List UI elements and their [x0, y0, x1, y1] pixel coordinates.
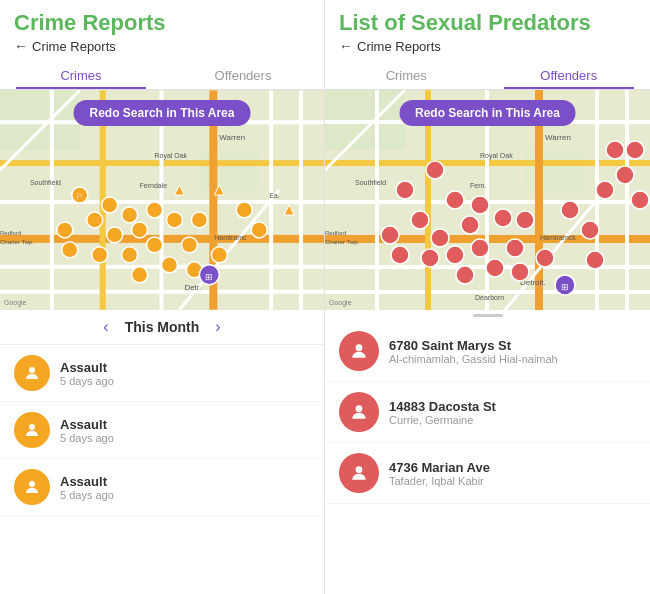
svg-point-31 — [107, 227, 123, 243]
svg-point-102 — [561, 201, 579, 219]
svg-point-46 — [236, 202, 252, 218]
crime-name-1: Assault — [60, 417, 114, 432]
svg-point-98 — [536, 249, 554, 267]
svg-text:Google: Google — [329, 299, 352, 307]
crime-info-2: Assault 5 days ago — [60, 474, 114, 501]
crime-item-0[interactable]: Assault 5 days ago — [0, 345, 324, 402]
offender-list: 6780 Saint Marys St Al-chimamlah, Gassid… — [325, 321, 650, 594]
offender-info-0: 6780 Saint Marys St Al-chimamlah, Gassid… — [389, 338, 558, 365]
svg-point-47 — [251, 222, 267, 238]
next-month-button[interactable]: › — [215, 318, 220, 336]
svg-point-36 — [62, 242, 78, 258]
svg-text:⚐: ⚐ — [76, 192, 83, 201]
svg-point-89 — [381, 226, 399, 244]
assault-icon-2 — [23, 478, 41, 496]
offender-item-0[interactable]: 6780 Saint Marys St Al-chimamlah, Gassid… — [325, 321, 650, 382]
svg-point-92 — [391, 246, 409, 264]
crime-item-1[interactable]: Assault 5 days ago — [0, 402, 324, 459]
svg-point-94 — [446, 246, 464, 264]
prev-month-button[interactable]: ‹ — [103, 318, 108, 336]
crime-item-2[interactable]: Assault 5 days ago — [0, 459, 324, 516]
svg-point-99 — [486, 259, 504, 277]
left-back-label: Crime Reports — [32, 39, 116, 54]
tab-crimes-right[interactable]: Crimes — [325, 62, 488, 89]
svg-point-87 — [431, 229, 449, 247]
left-title: Crime Reports — [14, 10, 310, 36]
svg-point-114 — [356, 406, 363, 413]
left-back-arrow[interactable]: ← — [14, 38, 28, 54]
svg-point-97 — [516, 211, 534, 229]
right-panel: List of Sexual Predators ← Crime Reports… — [325, 0, 650, 594]
assault-icon-1 — [23, 421, 41, 439]
right-back-label: Crime Reports — [357, 39, 441, 54]
svg-point-90 — [471, 196, 489, 214]
offender-names-0: Al-chimamlah, Gassid Hial-naimah — [389, 353, 558, 365]
svg-point-107 — [606, 141, 624, 159]
right-back-arrow[interactable]: ← — [339, 38, 353, 54]
offender-address-0: 6780 Saint Marys St — [389, 338, 558, 353]
month-navigation: ‹ This Month › — [0, 310, 324, 345]
svg-text:Fern.: Fern. — [470, 182, 486, 189]
right-title: List of Sexual Predators — [339, 10, 636, 36]
left-tabs: Crimes Offenders — [0, 62, 324, 90]
svg-point-28 — [102, 197, 118, 213]
left-header: Crime Reports ← Crime Reports — [0, 0, 324, 58]
svg-text:Royal Oak: Royal Oak — [480, 152, 513, 160]
svg-point-96 — [506, 239, 524, 257]
svg-text:Google: Google — [4, 299, 27, 307]
offender-address-2: 4736 Marian Ave — [389, 460, 490, 475]
right-tabs: Crimes Offenders — [325, 62, 650, 90]
svg-point-41 — [191, 212, 207, 228]
svg-text:Charter Twp.: Charter Twp. — [325, 239, 360, 245]
svg-point-106 — [631, 191, 649, 209]
svg-point-39 — [147, 237, 163, 253]
svg-text:Hamtramc: Hamtramc — [214, 234, 247, 241]
right-back-row[interactable]: ← Crime Reports — [339, 38, 636, 54]
svg-point-43 — [162, 257, 178, 273]
svg-text:Redford: Redford — [325, 230, 346, 236]
svg-point-105 — [616, 166, 634, 184]
svg-text:Southfield: Southfield — [30, 179, 61, 186]
svg-point-54 — [29, 367, 35, 373]
svg-point-104 — [596, 181, 614, 199]
offender-icon-2 — [339, 453, 379, 493]
tab-offenders-left[interactable]: Offenders — [162, 62, 324, 89]
svg-point-101 — [456, 266, 474, 284]
offender-item-2[interactable]: 4736 Marian Ave Tafader, Iqbal Kabir — [325, 443, 650, 504]
right-header: List of Sexual Predators ← Crime Reports — [325, 0, 650, 58]
tab-crimes-left[interactable]: Crimes — [0, 62, 162, 89]
svg-point-30 — [87, 212, 103, 228]
svg-point-93 — [421, 249, 439, 267]
svg-point-91 — [494, 209, 512, 227]
right-map: Warren Royal Oak Southfield Fern. Redfor… — [325, 90, 650, 310]
svg-text:Detr.: Detr. — [184, 283, 201, 292]
left-panel: Crime Reports ← Crime Reports Crimes Off… — [0, 0, 325, 594]
left-back-row[interactable]: ← Crime Reports — [14, 38, 310, 54]
svg-point-37 — [92, 247, 108, 263]
svg-point-95 — [471, 239, 489, 257]
svg-point-35 — [166, 212, 182, 228]
tab-offenders-right[interactable]: Offenders — [488, 62, 651, 89]
svg-text:Redford: Redford — [0, 230, 21, 236]
svg-text:⊞: ⊞ — [205, 272, 213, 282]
svg-point-109 — [586, 251, 604, 269]
svg-point-83 — [396, 181, 414, 199]
offender-item-1[interactable]: 14883 Dacosta St Currie, Germaine — [325, 382, 650, 443]
crime-name-0: Assault — [60, 360, 114, 375]
crime-list: Assault 5 days ago Assault 5 days ago — [0, 345, 324, 594]
redo-search-button-right[interactable]: Redo Search in This Area — [399, 100, 576, 126]
crime-time-2: 5 days ago — [60, 489, 114, 501]
svg-text:Royal Oak: Royal Oak — [155, 153, 188, 161]
svg-point-38 — [122, 247, 138, 263]
redo-search-button-left[interactable]: Redo Search in This Area — [74, 100, 251, 126]
offender-icon-0 — [339, 331, 379, 371]
svg-point-32 — [132, 222, 148, 238]
svg-point-55 — [29, 424, 35, 430]
month-label: This Month — [125, 319, 200, 335]
svg-rect-9 — [50, 91, 54, 310]
crime-icon-2 — [14, 469, 50, 505]
offender-names-2: Tafader, Iqbal Kabir — [389, 475, 490, 487]
crime-time-0: 5 days ago — [60, 375, 114, 387]
svg-text:Charter Twp.: Charter Twp. — [0, 239, 34, 245]
crime-time-1: 5 days ago — [60, 432, 114, 444]
